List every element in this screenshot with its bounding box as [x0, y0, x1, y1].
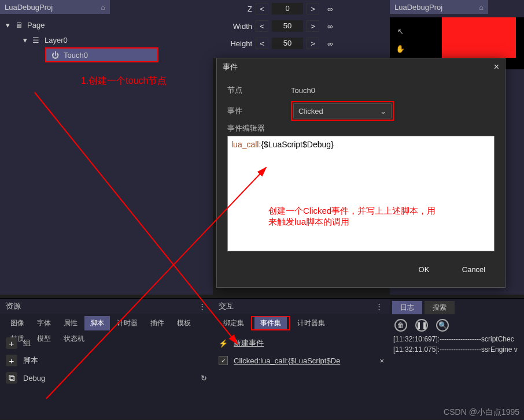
- project-name: LuaDebugProj: [394, 3, 442, 12]
- project-tab-right[interactable]: LuaDebugProj ⌂: [390, 0, 488, 14]
- log-line: [11:32:11.075]:------------------ssrEngi…: [390, 344, 524, 355]
- script-file-icon: ⧉: [6, 372, 17, 384]
- tree-label: Touch0: [64, 51, 88, 60]
- increment-button[interactable]: >: [307, 38, 319, 49]
- item-label: Debug: [23, 374, 45, 382]
- refresh-icon[interactable]: ↻: [201, 374, 207, 382]
- decrement-button[interactable]: <: [256, 3, 268, 14]
- close-icon[interactable]: ×: [494, 62, 499, 72]
- more-icon[interactable]: ⋮: [375, 302, 384, 311]
- resource-tab[interactable]: 状态机: [58, 332, 90, 346]
- resource-tab[interactable]: 模板: [171, 316, 197, 330]
- resource-tab[interactable]: 模型: [31, 332, 57, 346]
- properties-strip: Z < 0 > ∞ Width < 50 > ∞ Height < 50 > ∞: [213, 0, 390, 58]
- delete-icon[interactable]: ×: [379, 356, 384, 365]
- new-event-label: 新建事件: [234, 338, 264, 348]
- caret-icon: ▾: [23, 36, 27, 44]
- clear-icon[interactable]: 🗑: [394, 319, 407, 332]
- code-rest: :{$LuaScript$Debug}: [259, 140, 333, 149]
- item-label: 组: [23, 338, 31, 348]
- infinity-icon[interactable]: ∞: [323, 5, 338, 13]
- event-entry-label: Clicked:lua_call:{$LuaScript$De: [234, 356, 340, 365]
- lightning-icon: ⚡: [219, 339, 228, 348]
- add-icon[interactable]: +: [6, 355, 17, 366]
- hierarchy-tree: ▾ 🖥 Page ▾ ☰ Layer0 ⏻ Touch0: [0, 14, 213, 66]
- decrement-button[interactable]: <: [256, 20, 268, 32]
- dialog-title: 事件: [223, 62, 238, 72]
- pause-icon[interactable]: ❚❚: [415, 319, 428, 332]
- more-icon[interactable]: ⋮: [198, 302, 207, 311]
- search-tab[interactable]: 搜索: [425, 301, 455, 314]
- prop-label-height: Height: [213, 39, 252, 48]
- code-fn: lua_call: [231, 140, 259, 149]
- tree-row-page[interactable]: ▾ 🖥 Page: [0, 17, 213, 32]
- log-tab[interactable]: 日志: [392, 301, 422, 314]
- resource-tab[interactable]: 图像: [5, 316, 30, 330]
- editor-label: 事件编辑器: [227, 123, 495, 133]
- node-label: 节点: [227, 85, 291, 95]
- preview-element[interactable]: [442, 17, 516, 58]
- tree-row-layer[interactable]: ▾ ☰ Layer0: [0, 32, 213, 47]
- search-icon[interactable]: 🔍: [436, 319, 449, 332]
- tree-label: Layer0: [45, 36, 68, 44]
- resource-item-debug[interactable]: ⧉ Debug ↻: [6, 369, 207, 386]
- resource-item-script[interactable]: + 脚本: [6, 352, 207, 369]
- layers-icon: ☰: [31, 35, 41, 45]
- increment-button[interactable]: >: [307, 3, 319, 14]
- event-select-value: Clicked: [298, 107, 323, 116]
- project-name: LuaDebugProj: [5, 3, 53, 12]
- increment-button[interactable]: >: [307, 20, 319, 32]
- resources-panel: 资源 ⋮ 图像字体属性脚本计时器插件模板材质模型状态机 + 组 + 脚本 ⧉ D…: [0, 298, 213, 419]
- event-entry-row[interactable]: ✓ Clicked:lua_call:{$LuaScript$De ×: [219, 352, 384, 369]
- event-label: 事件: [227, 106, 291, 116]
- item-label: 脚本: [23, 355, 38, 366]
- pointer-tool-icon[interactable]: ↖: [393, 24, 407, 38]
- cancel-button[interactable]: Cancel: [456, 265, 491, 274]
- annotation-2a: 创建一个Clicked事件，并写上上述脚本，用: [268, 206, 436, 217]
- ok-button[interactable]: OK: [407, 265, 441, 274]
- event-editor[interactable]: lua_call:{$LuaScript$Debug} 创建一个Clicked事…: [227, 136, 495, 251]
- infinity-icon[interactable]: ∞: [323, 22, 338, 31]
- event-select[interactable]: Clicked ⌄: [293, 103, 392, 118]
- watermark: CSDN @小白点1995: [444, 407, 519, 418]
- prop-value-z[interactable]: 0: [272, 3, 303, 14]
- resource-tab[interactable]: 字体: [31, 316, 57, 330]
- project-tab-left[interactable]: LuaDebugProj ⌂: [0, 0, 110, 14]
- tree-row-touch[interactable]: ⏻ Touch0: [45, 47, 158, 62]
- add-icon[interactable]: +: [6, 337, 17, 349]
- resource-tab[interactable]: 计时器: [111, 316, 143, 330]
- home-icon[interactable]: ⌂: [479, 3, 484, 12]
- decrement-button[interactable]: <: [256, 38, 268, 49]
- panel-title: 资源: [6, 301, 21, 311]
- checkbox-icon[interactable]: ✓: [219, 356, 228, 365]
- hand-tool-icon[interactable]: ✋: [393, 42, 407, 55]
- log-panel: 日志 搜索 🗑 ❚❚ 🔍 [11:32:10:697]:------------…: [390, 298, 524, 419]
- monitor-icon: 🖥: [13, 20, 24, 30]
- interact-tab[interactable]: 事件集: [254, 317, 287, 329]
- infinity-icon[interactable]: ∞: [323, 39, 338, 48]
- prop-value-height[interactable]: 50: [272, 38, 303, 49]
- interaction-panel: 交互 ⋮ 绑定集事件集计时器集 ⚡ 新建事件 ✓ Clicked:lua_cal…: [213, 298, 390, 419]
- tree-label: Page: [27, 21, 45, 29]
- caret-icon: ▾: [6, 21, 10, 29]
- prop-value-width[interactable]: 50: [272, 20, 303, 32]
- chevron-down-icon: ⌄: [380, 107, 386, 116]
- home-icon[interactable]: ⌂: [101, 3, 105, 12]
- resource-tab[interactable]: 属性: [58, 316, 83, 330]
- resource-tab[interactable]: 插件: [145, 316, 170, 330]
- power-icon: ⏻: [50, 50, 60, 60]
- node-value: Touch0: [291, 86, 315, 95]
- event-dialog: 事件 × 节点 Touch0 事件 Clicked ⌄ 事件编辑器 lua_ca…: [216, 58, 505, 288]
- resource-tab[interactable]: 脚本: [84, 316, 110, 330]
- annotation-2b: 来触发lua脚本的调用: [268, 217, 436, 228]
- panel-title: 交互: [219, 301, 234, 311]
- log-line: [11:32:10:697]:------------------scriptC…: [390, 334, 524, 344]
- prop-label-width: Width: [213, 22, 252, 31]
- interact-tab[interactable]: 绑定集: [217, 316, 250, 330]
- interact-tab[interactable]: 计时器集: [291, 316, 331, 330]
- prop-label-z: Z: [213, 5, 252, 13]
- new-event-row[interactable]: ⚡ 新建事件: [219, 334, 384, 352]
